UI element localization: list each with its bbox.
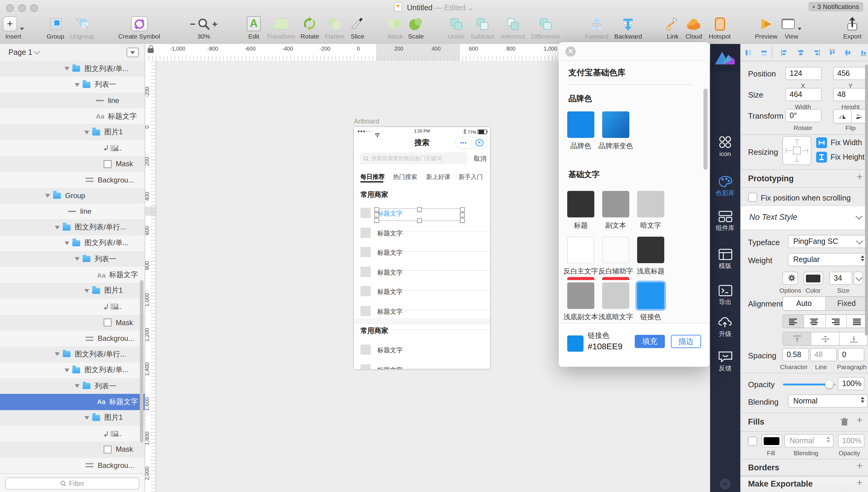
tab-3[interactable]: 新上好课 <box>426 173 450 181</box>
text-style-dropdown[interactable]: No Text Style <box>741 205 868 230</box>
layer-row[interactable]: 图文列表/单... <box>0 236 145 251</box>
selection-handle[interactable] <box>417 218 422 223</box>
lock-icon[interactable] <box>148 48 154 53</box>
close-circle-icon[interactable]: × <box>472 139 487 147</box>
distribute-horizontal-icon[interactable] <box>744 49 752 58</box>
fixed-option[interactable]: Fixed <box>825 297 867 310</box>
font-size-dropdown[interactable] <box>853 272 863 285</box>
align-text-right-button[interactable] <box>825 315 847 327</box>
color-swatch-反白主文字[interactable] <box>567 237 594 263</box>
create-symbol-button[interactable]: Create Symbol <box>118 16 160 40</box>
title-caret-icon[interactable]: ⌄ <box>468 4 474 12</box>
align-text-left-button[interactable] <box>783 315 804 327</box>
layer-row[interactable]: 图文列表/单行... <box>0 220 145 236</box>
layer-row[interactable]: 图片1 <box>0 124 145 140</box>
selection-handle[interactable] <box>374 212 379 217</box>
disclosure-arrow-icon[interactable] <box>85 289 89 293</box>
hotspot-button[interactable]: Hotspot <box>709 16 731 40</box>
color-swatch-品牌渐变色[interactable] <box>602 112 629 138</box>
selection-handle[interactable] <box>460 218 465 223</box>
inspector-scrollbar[interactable] <box>865 65 868 336</box>
fix-position-checkbox[interactable] <box>748 193 757 202</box>
align-middle-v-icon[interactable] <box>844 49 852 58</box>
selection-handle[interactable] <box>460 212 465 217</box>
panel-scrollbar[interactable] <box>703 89 708 170</box>
list-item[interactable]: 标题文字 <box>354 286 490 305</box>
add-border-icon[interactable]: + <box>857 460 863 472</box>
font-size-field[interactable]: 34 <box>829 272 852 285</box>
plugin-tab-icon-library[interactable]: icon <box>710 135 740 157</box>
disclosure-arrow-icon[interactable] <box>45 194 50 198</box>
tab-2[interactable]: 热门搜索 <box>393 173 417 181</box>
align-text-bottom-button[interactable] <box>840 333 867 345</box>
flip-horizontal-button[interactable] <box>834 109 851 123</box>
layer-row[interactable]: Aa标题文字 <box>0 394 145 410</box>
add-fill-icon[interactable]: + <box>857 414 863 426</box>
layer-row[interactable]: 列表一 <box>0 251 145 267</box>
rotate-field[interactable]: 0° <box>785 109 822 122</box>
make-exportable-add-icon[interactable]: + <box>857 477 863 489</box>
character-spacing-field[interactable]: 0.58 <box>782 348 809 361</box>
layer-row[interactable]: Backgrou... <box>0 458 145 473</box>
layer-row[interactable]: Aa标题文字 <box>0 108 145 124</box>
layer-row[interactable]: ... <box>0 426 145 442</box>
color-swatch-浅底副文本[interactable] <box>567 282 594 309</box>
color-swatch-标题[interactable] <box>567 191 594 217</box>
fill-blending-stepper[interactable]: Normal <box>784 434 834 447</box>
search-input[interactable]: 搜索你需要的商品热门关键词 <box>360 152 467 165</box>
text-color-well[interactable] <box>803 272 823 285</box>
plugin-tab-component-library[interactable]: 组件库 <box>710 209 740 232</box>
add-prototype-icon[interactable]: + <box>857 171 863 183</box>
layer-row[interactable]: line <box>0 93 145 108</box>
list-item[interactable]: 标题文字 <box>354 227 490 247</box>
weight-stepper[interactable]: Regular <box>788 253 868 266</box>
plugin-tab-export[interactable]: 导出 <box>710 283 740 306</box>
layer-row[interactable]: ... <box>0 299 145 315</box>
layer-row[interactable]: Mask <box>0 156 145 172</box>
layer-row[interactable]: Backgrou... <box>0 330 145 347</box>
plugin-tab-color-library[interactable]: 色彩库 <box>710 174 740 198</box>
layer-row[interactable]: 列表一 <box>0 77 145 93</box>
fill-color-well[interactable] <box>761 434 782 447</box>
fill-opacity-field[interactable]: 100% <box>838 434 864 447</box>
delete-fill-icon[interactable] <box>841 418 848 427</box>
disclosure-arrow-icon[interactable] <box>55 352 60 356</box>
selection-handle[interactable] <box>417 207 422 212</box>
layer-row[interactable]: 图文列表/单... <box>0 362 145 378</box>
opacity-slider-knob[interactable] <box>825 380 833 388</box>
selection-handle[interactable] <box>374 207 379 212</box>
zoom-button[interactable]: −+30% <box>190 16 217 40</box>
options-button[interactable] <box>782 272 798 285</box>
auto-option[interactable]: Auto <box>783 297 825 310</box>
color-swatch-浅底标题[interactable] <box>637 237 664 263</box>
page-caret-icon[interactable] <box>34 48 40 54</box>
position-y-field[interactable]: 456 <box>833 67 868 80</box>
link-button[interactable]: Link <box>666 16 679 40</box>
align-left-icon[interactable] <box>781 49 789 58</box>
paragraph-spacing-field[interactable]: 0 <box>838 348 864 361</box>
preview-button[interactable]: Preview <box>755 16 778 40</box>
align-bottom-icon[interactable] <box>860 49 867 58</box>
layer-row[interactable]: Aa标题文字 <box>0 267 145 283</box>
disclosure-arrow-icon[interactable] <box>55 225 60 229</box>
layer-row[interactable]: Group <box>0 188 145 204</box>
disclosure-arrow-icon[interactable] <box>75 257 79 261</box>
typeface-dropdown[interactable]: PingFang SC <box>788 235 868 248</box>
disclosure-arrow-icon[interactable] <box>65 242 69 245</box>
more-icon[interactable]: ••• <box>456 140 471 146</box>
next-row-swatch-peek[interactable] <box>567 277 594 280</box>
sidebar-scrollbar[interactable] <box>140 280 143 443</box>
tab-1[interactable]: 每日推荐 <box>360 173 384 181</box>
edit-button[interactable]: AEdit <box>247 16 261 40</box>
selection-bounding-box[interactable] <box>376 208 463 221</box>
layer-row[interactable]: line <box>0 203 145 220</box>
plugin-close-icon[interactable]: × <box>720 479 731 490</box>
insert-button[interactable]: +Insert <box>3 16 24 40</box>
color-swatch-反白辅助字[interactable] <box>602 237 629 263</box>
layer-row[interactable]: 图文列表/单行... <box>0 346 145 362</box>
line-spacing-field[interactable]: 48 <box>810 348 837 361</box>
rotate-button[interactable]: Rotate <box>301 16 319 40</box>
layer-row[interactable]: ... <box>0 140 145 156</box>
layer-row[interactable]: Mask <box>0 315 145 330</box>
disclosure-arrow-icon[interactable] <box>85 416 89 419</box>
